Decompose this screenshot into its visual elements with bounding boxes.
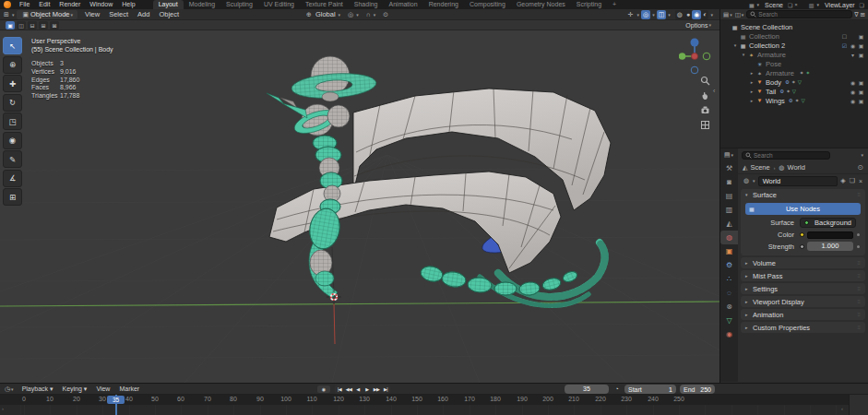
topbar-menu[interactable]: File (15, 0, 34, 9)
prev-keyframe[interactable]: ◀◀ (344, 385, 353, 394)
workspace-tab[interactable]: + (607, 0, 622, 9)
frame-start-field[interactable]: Start1 (624, 385, 676, 394)
world-name-field[interactable]: World (758, 176, 838, 186)
surface-shader-dropdown[interactable]: Background (800, 218, 856, 228)
options-dropdown[interactable]: Options (685, 22, 707, 29)
viewlayer-dropdown-caret[interactable]: ▾ (816, 2, 821, 7)
timeline-track[interactable] (0, 405, 868, 415)
current-frame-field[interactable]: 35 (565, 385, 609, 394)
timeline-menu[interactable]: Playback ▾ (18, 385, 58, 393)
workspace-tab[interactable]: Compositing (464, 0, 511, 9)
properties-options-caret[interactable]: ▾ (860, 152, 864, 158)
disable-render-icon[interactable]: ▣ (857, 52, 865, 58)
shading-solid[interactable]: ● (684, 10, 692, 19)
panel-viewport-display[interactable]: ▸ Viewport Display ≡ (741, 296, 865, 307)
row-armature-data[interactable]: ▸ ✶ Armature ✶✶ (720, 68, 868, 77)
tool-move[interactable]: ✚ (3, 75, 22, 92)
outliner-display-mode-icon[interactable]: ◫▾ (735, 11, 745, 18)
play[interactable]: ▶ (363, 385, 372, 394)
strength-field[interactable]: 1.000 (807, 242, 853, 251)
new-world-icon[interactable]: ❏ (849, 177, 856, 184)
tool-3d-cursor[interactable]: ⊕ (3, 56, 22, 74)
scene-dropdown-caret[interactable]: ▾ (756, 2, 761, 7)
hide-eye-icon[interactable]: ◉ (849, 42, 857, 49)
topbar-menu[interactable]: Help (117, 0, 139, 9)
workspace-tab[interactable]: Rendering (423, 0, 464, 9)
topbar-menu[interactable]: Edit (34, 0, 54, 9)
hide-eye-icon[interactable]: ◉ (849, 98, 857, 104)
select-mode-new[interactable]: ▣ (6, 21, 15, 30)
expander-icon[interactable]: ▾ (740, 52, 747, 57)
outliner-search-input[interactable] (758, 11, 849, 18)
breadcrumb-world[interactable]: World (787, 163, 804, 172)
tab-object[interactable]: ▣ (720, 244, 738, 258)
tool-annotate[interactable]: ✎ (3, 150, 22, 168)
tool-transform[interactable]: ◉ (3, 132, 22, 149)
timeline-ruler[interactable]: 0102030405060708090100110120130140150160… (0, 395, 868, 405)
show-gizmo-toggle[interactable]: ✛ (626, 10, 636, 19)
row-wings[interactable]: ▸ ▼ Wings ⚙✶▽ ◉ ▣ (720, 96, 868, 105)
tab-object-data[interactable]: ▽ (720, 314, 738, 327)
use-nodes-button[interactable]: ▦ Use Nodes (745, 203, 861, 215)
snap-magnet-icon[interactable]: ∩ (364, 11, 373, 18)
tab-scene[interactable]: ◭ (720, 217, 738, 231)
navigation-gizmo[interactable] (679, 36, 712, 77)
workspace-tab[interactable]: Scripting (571, 0, 607, 9)
disable-render-icon[interactable]: ▣ (857, 89, 865, 95)
animate-decorator[interactable] (857, 233, 860, 236)
expander-icon[interactable]: ▸ (748, 70, 755, 76)
shading-material-preview[interactable]: ◉ (692, 10, 701, 19)
row-pose[interactable]: ✳ Pose (720, 59, 868, 68)
move-view-hand-icon[interactable] (699, 89, 710, 101)
row-body[interactable]: ▸ ▼ Body ⚙✶▽ ◉ ▣ (720, 77, 868, 87)
editor-type-icon[interactable]: ⊞ (0, 11, 11, 18)
hide-eye-icon[interactable]: ◉ (849, 89, 857, 95)
properties-search-input[interactable] (754, 152, 826, 159)
tool-select-box[interactable]: ↖ (3, 37, 22, 54)
select-mode-invert[interactable]: ⊞ (39, 21, 48, 30)
outliner-search[interactable] (746, 10, 852, 18)
viewport-menu[interactable]: View (80, 10, 104, 18)
tool-measure[interactable]: ∡ (3, 170, 22, 187)
zoom-icon[interactable] (699, 75, 710, 86)
select-mode-subtract[interactable]: ⊟ (28, 21, 37, 30)
sidebar-toggle-arrow[interactable]: ‹ (713, 88, 715, 94)
tab-constraints[interactable]: ⊗ (720, 300, 738, 314)
play-reverse[interactable]: ◀ (353, 385, 363, 394)
panel-custom-properties[interactable]: ▸ Custom Properties ≡ (741, 322, 865, 333)
tab-world[interactable]: ◍ (720, 231, 738, 244)
tab-material[interactable]: ◉ (720, 327, 738, 341)
fake-user-icon[interactable]: ◈ (839, 177, 846, 184)
select-mode-intersect[interactable]: ⊠ (50, 21, 59, 30)
tab-modifiers[interactable]: ⚙ (720, 258, 738, 272)
workspace-tab[interactable]: Modeling (184, 0, 220, 9)
world-color-swatch[interactable] (807, 231, 853, 239)
panel-mist-pass[interactable]: ▸ Mist Pass ≡ (741, 270, 865, 281)
viewport-menu[interactable]: Select (104, 10, 133, 18)
timeline-menu[interactable]: Marker (114, 385, 144, 393)
shading-wireframe[interactable]: ◍ (675, 10, 684, 19)
row-armature-object[interactable]: ▾ ✶ Armature ▾ ▣ (720, 50, 868, 59)
viewlayer-selector[interactable]: ViewLayer (822, 2, 858, 8)
world-icon[interactable]: ◍ (743, 177, 750, 184)
workspace-tab[interactable]: Texture Paint (300, 0, 349, 9)
panel-settings[interactable]: ▸ Settings ≡ (741, 283, 865, 294)
row-tail[interactable]: ▸ ▼ Tail ⚙✶▽ ◉ ▣ (720, 87, 868, 96)
topbar-menu[interactable]: Render (54, 0, 85, 9)
jump-to-end[interactable]: ▶| (381, 385, 390, 394)
toggle-xray[interactable]: ◫ (657, 10, 667, 19)
orientation-dropdown[interactable]: Global (314, 10, 338, 18)
tab-render[interactable]: ◙ (720, 175, 738, 189)
tab-particles[interactable]: ∴ (720, 272, 738, 286)
new-scene-icon[interactable]: ❏ (788, 2, 792, 8)
properties-search[interactable] (742, 151, 830, 160)
disable-render-icon[interactable]: ▣ (857, 42, 865, 49)
tool-scale[interactable]: ◳ (3, 113, 22, 130)
checkbox-icon[interactable]: ☑ (840, 42, 849, 49)
properties-editor-icon[interactable]: ▤▾ (724, 148, 734, 161)
viewport-menu[interactable]: Add (133, 10, 154, 18)
animate-decorator[interactable] (857, 245, 860, 248)
unlink-world-icon[interactable]: × (858, 178, 863, 184)
pin-icon[interactable]: ⊙ (858, 163, 863, 172)
row-collection-2[interactable]: ▾ ▦ Collection 2 ☑ ◉ ▣ (720, 41, 868, 50)
